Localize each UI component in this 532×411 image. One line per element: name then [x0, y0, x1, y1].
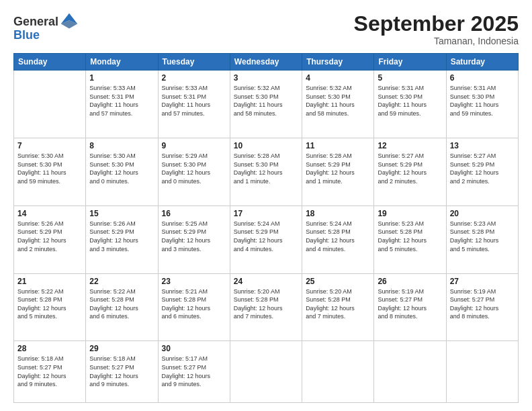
day-number: 6	[450, 73, 515, 83]
calendar-cell: 7Sunrise: 5:30 AM Sunset: 5:30 PM Daylig…	[14, 138, 86, 205]
page: General Blue September 2025 Tamanan, Ind…	[0, 0, 532, 411]
day-number: 13	[450, 141, 515, 150]
day-number: 25	[306, 277, 370, 286]
week-row-0: 1Sunrise: 5:33 AM Sunset: 5:31 PM Daylig…	[14, 71, 519, 138]
weekday-header: SundayMondayTuesdayWednesdayThursdayFrid…	[14, 54, 519, 71]
day-info: Sunrise: 5:23 AM Sunset: 5:28 PM Dayligh…	[450, 220, 515, 253]
day-info: Sunrise: 5:28 AM Sunset: 5:29 PM Dayligh…	[306, 152, 370, 185]
calendar-cell: 23Sunrise: 5:21 AM Sunset: 5:28 PM Dayli…	[158, 273, 230, 341]
calendar-cell: 19Sunrise: 5:23 AM Sunset: 5:28 PM Dayli…	[374, 205, 446, 273]
logo-icon	[60, 12, 79, 31]
weekday-tuesday: Tuesday	[158, 54, 230, 71]
calendar-cell: 24Sunrise: 5:20 AM Sunset: 5:28 PM Dayli…	[230, 273, 302, 341]
day-info: Sunrise: 5:28 AM Sunset: 5:30 PM Dayligh…	[234, 152, 298, 185]
day-number: 19	[378, 209, 442, 218]
calendar-cell: 21Sunrise: 5:22 AM Sunset: 5:28 PM Dayli…	[14, 273, 86, 341]
day-number: 2	[162, 73, 226, 83]
day-number: 5	[378, 73, 442, 83]
calendar-cell: 25Sunrise: 5:20 AM Sunset: 5:28 PM Dayli…	[302, 273, 374, 341]
day-info: Sunrise: 5:31 AM Sunset: 5:30 PM Dayligh…	[450, 84, 515, 118]
day-info: Sunrise: 5:24 AM Sunset: 5:28 PM Dayligh…	[306, 220, 370, 253]
day-number: 9	[162, 141, 226, 150]
day-info: Sunrise: 5:26 AM Sunset: 5:29 PM Dayligh…	[17, 220, 82, 253]
day-info: Sunrise: 5:22 AM Sunset: 5:28 PM Dayligh…	[89, 287, 154, 321]
day-number: 27	[450, 277, 515, 286]
header: General Blue September 2025 Tamanan, Ind…	[13, 12, 519, 46]
day-number: 16	[162, 209, 226, 218]
day-info: Sunrise: 5:27 AM Sunset: 5:29 PM Dayligh…	[450, 152, 515, 185]
day-number: 23	[162, 277, 226, 286]
day-number: 29	[89, 344, 154, 353]
day-number: 22	[89, 277, 154, 286]
weekday-monday: Monday	[86, 54, 158, 71]
day-number: 21	[17, 277, 82, 286]
day-info: Sunrise: 5:23 AM Sunset: 5:28 PM Dayligh…	[378, 220, 442, 253]
day-info: Sunrise: 5:17 AM Sunset: 5:27 PM Dayligh…	[162, 355, 226, 388]
calendar-body: 1Sunrise: 5:33 AM Sunset: 5:31 PM Daylig…	[14, 71, 519, 403]
week-row-4: 28Sunrise: 5:18 AM Sunset: 5:27 PM Dayli…	[14, 341, 519, 403]
calendar-cell: 1Sunrise: 5:33 AM Sunset: 5:31 PM Daylig…	[86, 71, 158, 138]
weekday-friday: Friday	[374, 54, 446, 71]
day-number: 14	[17, 209, 82, 218]
calendar-cell: 9Sunrise: 5:29 AM Sunset: 5:30 PM Daylig…	[158, 138, 230, 205]
calendar-cell: 12Sunrise: 5:27 AM Sunset: 5:29 PM Dayli…	[374, 138, 446, 205]
calendar-cell	[374, 341, 446, 403]
calendar-cell: 30Sunrise: 5:17 AM Sunset: 5:27 PM Dayli…	[158, 341, 230, 403]
day-number: 30	[162, 344, 226, 353]
calendar-cell: 4Sunrise: 5:32 AM Sunset: 5:30 PM Daylig…	[302, 71, 374, 138]
day-info: Sunrise: 5:20 AM Sunset: 5:28 PM Dayligh…	[234, 287, 298, 321]
calendar-cell: 11Sunrise: 5:28 AM Sunset: 5:29 PM Dayli…	[302, 138, 374, 205]
day-info: Sunrise: 5:19 AM Sunset: 5:27 PM Dayligh…	[450, 287, 515, 321]
day-info: Sunrise: 5:30 AM Sunset: 5:30 PM Dayligh…	[17, 152, 82, 185]
day-number: 28	[17, 344, 82, 353]
calendar-cell	[14, 71, 86, 138]
day-info: Sunrise: 5:21 AM Sunset: 5:28 PM Dayligh…	[162, 287, 226, 321]
location: Tamanan, Indonesia	[354, 36, 519, 46]
day-info: Sunrise: 5:25 AM Sunset: 5:29 PM Dayligh…	[162, 220, 226, 253]
day-number: 1	[89, 73, 154, 83]
day-number: 4	[306, 73, 370, 83]
logo: General Blue	[13, 12, 79, 42]
weekday-wednesday: Wednesday	[230, 54, 302, 71]
day-number: 17	[234, 209, 298, 218]
calendar-cell: 8Sunrise: 5:30 AM Sunset: 5:30 PM Daylig…	[86, 138, 158, 205]
day-info: Sunrise: 5:30 AM Sunset: 5:30 PM Dayligh…	[89, 152, 154, 185]
calendar: SundayMondayTuesdayWednesdayThursdayFrid…	[13, 53, 519, 403]
calendar-cell: 13Sunrise: 5:27 AM Sunset: 5:29 PM Dayli…	[446, 138, 518, 205]
calendar-cell: 22Sunrise: 5:22 AM Sunset: 5:28 PM Dayli…	[86, 273, 158, 341]
calendar-cell: 3Sunrise: 5:32 AM Sunset: 5:30 PM Daylig…	[230, 71, 302, 138]
title-block: September 2025 Tamanan, Indonesia	[354, 12, 519, 46]
day-info: Sunrise: 5:18 AM Sunset: 5:27 PM Dayligh…	[17, 355, 82, 388]
day-info: Sunrise: 5:32 AM Sunset: 5:30 PM Dayligh…	[234, 84, 298, 118]
day-number: 10	[234, 141, 298, 150]
day-info: Sunrise: 5:26 AM Sunset: 5:29 PM Dayligh…	[89, 220, 154, 253]
calendar-cell: 20Sunrise: 5:23 AM Sunset: 5:28 PM Dayli…	[446, 205, 518, 273]
day-info: Sunrise: 5:27 AM Sunset: 5:29 PM Dayligh…	[378, 152, 442, 185]
weekday-saturday: Saturday	[446, 54, 518, 71]
calendar-cell: 6Sunrise: 5:31 AM Sunset: 5:30 PM Daylig…	[446, 71, 518, 138]
day-info: Sunrise: 5:24 AM Sunset: 5:29 PM Dayligh…	[234, 220, 298, 253]
day-info: Sunrise: 5:31 AM Sunset: 5:30 PM Dayligh…	[378, 84, 442, 118]
day-number: 12	[378, 141, 442, 150]
calendar-cell: 29Sunrise: 5:18 AM Sunset: 5:27 PM Dayli…	[86, 341, 158, 403]
day-info: Sunrise: 5:29 AM Sunset: 5:30 PM Dayligh…	[162, 152, 226, 185]
day-number: 3	[234, 73, 298, 83]
day-info: Sunrise: 5:18 AM Sunset: 5:27 PM Dayligh…	[89, 355, 154, 388]
month-title: September 2025	[354, 12, 519, 36]
calendar-cell: 10Sunrise: 5:28 AM Sunset: 5:30 PM Dayli…	[230, 138, 302, 205]
calendar-cell: 27Sunrise: 5:19 AM Sunset: 5:27 PM Dayli…	[446, 273, 518, 341]
calendar-cell	[302, 341, 374, 403]
weekday-sunday: Sunday	[14, 54, 86, 71]
calendar-cell: 18Sunrise: 5:24 AM Sunset: 5:28 PM Dayli…	[302, 205, 374, 273]
day-number: 24	[234, 277, 298, 286]
calendar-cell: 28Sunrise: 5:18 AM Sunset: 5:27 PM Dayli…	[14, 341, 86, 403]
day-info: Sunrise: 5:22 AM Sunset: 5:28 PM Dayligh…	[17, 287, 82, 321]
day-info: Sunrise: 5:33 AM Sunset: 5:31 PM Dayligh…	[89, 84, 154, 118]
calendar-cell: 17Sunrise: 5:24 AM Sunset: 5:29 PM Dayli…	[230, 205, 302, 273]
calendar-cell: 16Sunrise: 5:25 AM Sunset: 5:29 PM Dayli…	[158, 205, 230, 273]
day-info: Sunrise: 5:19 AM Sunset: 5:27 PM Dayligh…	[378, 287, 442, 321]
day-number: 8	[89, 141, 154, 150]
week-row-1: 7Sunrise: 5:30 AM Sunset: 5:30 PM Daylig…	[14, 138, 519, 205]
day-number: 20	[450, 209, 515, 218]
week-row-3: 21Sunrise: 5:22 AM Sunset: 5:28 PM Dayli…	[14, 273, 519, 341]
